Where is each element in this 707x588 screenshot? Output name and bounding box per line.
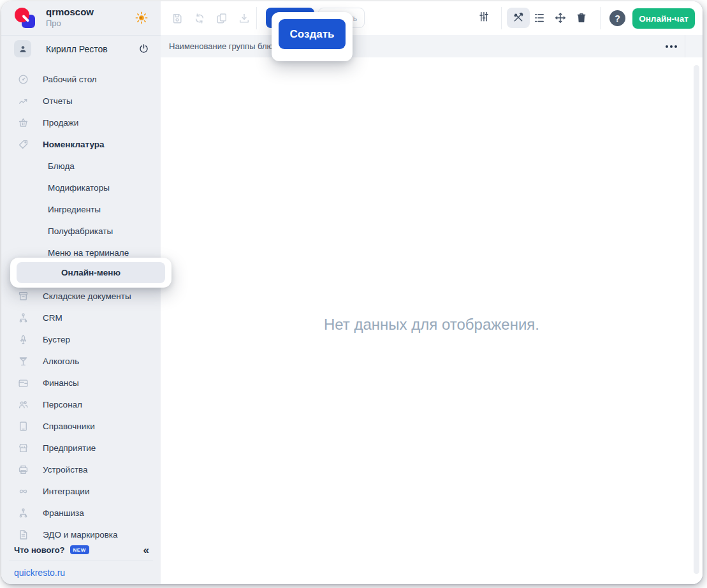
filters-button[interactable]: [472, 8, 495, 28]
user-row[interactable]: Кирилл Рестов: [1, 40, 161, 61]
dashboard-icon: [17, 73, 29, 85]
sidebar-item-warehouse-docs[interactable]: Складские документы: [1, 285, 161, 307]
storefront-icon: [17, 441, 29, 454]
sidebar-item-label: Блюда: [48, 161, 75, 171]
tablet-icon: [17, 420, 29, 432]
vertical-scrollbar[interactable]: [694, 65, 699, 574]
filters-icon: [477, 10, 490, 26]
sidebar-item-label: Интеграции: [43, 487, 89, 496]
trash-button[interactable]: [570, 8, 593, 28]
sidebar-item-label: Номенклатура: [43, 140, 105, 149]
power-icon[interactable]: [138, 43, 150, 55]
quickresto-logo-icon: [15, 8, 36, 29]
tools-button[interactable]: [507, 8, 530, 28]
toolbar-divider: [501, 7, 502, 29]
online-chat-button[interactable]: Онлайн-чат: [632, 8, 695, 29]
sidebar-item-label: Отчеты: [43, 96, 73, 106]
sidebar-item-label: Меню на терминале: [48, 248, 129, 258]
sidebar-item-label: Модификаторы: [48, 183, 110, 193]
whats-new-link[interactable]: Что нового?: [14, 545, 65, 555]
empty-state-text: Нет данных для отображения.: [161, 316, 703, 334]
sidebar-item-alcohol[interactable]: Алкоголь: [1, 350, 161, 372]
table-header-divider: [685, 35, 685, 57]
toolbar-divider: [600, 7, 601, 29]
sidebar-item-semi-finished[interactable]: Полуфабрикаты: [1, 220, 161, 242]
people-icon: [17, 398, 29, 411]
basket-icon: [17, 116, 29, 129]
save-icon: [171, 12, 184, 25]
sidebar-item-label: ЭДО и маркировка: [43, 530, 118, 540]
tag-icon: [17, 138, 29, 151]
sidebar-item-references[interactable]: Справочники: [1, 415, 161, 437]
franchise-network-icon: [17, 506, 29, 519]
sidebar-item-label: Складские документы: [43, 291, 131, 301]
sidebar-item-label: Продажи: [43, 118, 78, 128]
sun-auto-icon[interactable]: [135, 11, 149, 25]
sidebar-item-finance[interactable]: Финансы: [1, 372, 161, 393]
copy-icon: [215, 12, 228, 25]
sidebar-item-label: Финансы: [43, 378, 79, 388]
sidebar-item-staff[interactable]: Персонал: [1, 393, 161, 415]
help-button[interactable]: ?: [609, 10, 625, 26]
warehouse-box-icon: [17, 290, 29, 302]
move-icon: [554, 11, 567, 24]
trash-icon: [575, 11, 588, 24]
sidebar-item-integrations[interactable]: Интеграции: [1, 480, 161, 502]
sidebar-item-label: CRM: [43, 313, 62, 323]
sidebar-item-nomenclature[interactable]: Номенклатура: [1, 133, 161, 155]
toolbar-file-actions: [171, 1, 251, 35]
sidebar-item-label: Предприятие: [43, 443, 96, 453]
app-window: qrmoscow Про Кирилл Рестов Рабочий столО…: [1, 1, 703, 584]
new-badge: NEW: [70, 545, 89, 554]
sidebar-item-label: Бустер: [43, 335, 70, 344]
reports-icon: [17, 94, 29, 107]
sidebar-item-label: Полуфабрикаты: [48, 226, 113, 236]
sidebar-item-label: Франшиза: [43, 508, 84, 518]
table-header-row: Наименование группы блюд: [161, 35, 703, 58]
sidebar-item-ingredients[interactable]: Ингредиенты: [1, 198, 161, 220]
printer-icon: [17, 463, 29, 476]
sidebar-item-devices[interactable]: Устройства: [1, 459, 161, 480]
list-view-icon: [533, 11, 546, 24]
collapse-sidebar-button[interactable]: «: [143, 545, 149, 555]
toolbar-divider: [256, 7, 257, 29]
sidebar-item-reports[interactable]: Отчеты: [1, 90, 161, 112]
sidebar-item-label: Рабочий стол: [43, 75, 97, 84]
online-menu-callout: Онлайн-меню: [10, 258, 171, 288]
sidebar-item-dishes[interactable]: Блюда: [1, 155, 161, 177]
rocket-icon: [17, 333, 29, 346]
ellipsis-icon[interactable]: [666, 35, 677, 57]
account-name: qrmoscow: [46, 6, 94, 18]
crm-network-icon: [17, 311, 29, 324]
download-icon: [238, 12, 251, 25]
sidebar-item-franchise[interactable]: Франшиза: [1, 502, 161, 524]
sidebar-item-desktop[interactable]: Рабочий стол: [1, 68, 161, 90]
sidebar-item-label: Персонал: [43, 400, 82, 409]
sidebar-item-label: Алкоголь: [43, 356, 79, 366]
sidebar-item-modifiers[interactable]: Модификаторы: [1, 177, 161, 198]
sidebar-item-label: Ингредиенты: [48, 205, 101, 214]
sidebar-item-crm[interactable]: CRM: [1, 307, 161, 328]
sidebar: qrmoscow Про Кирилл Рестов Рабочий столО…: [1, 1, 161, 584]
sidebar-item-sales[interactable]: Продажи: [1, 112, 161, 133]
create-button-callout: Создать: [272, 12, 353, 61]
sidebar-header: qrmoscow Про: [1, 1, 161, 36]
sidebar-item-online-menu-highlighted[interactable]: Онлайн-меню: [17, 262, 165, 283]
sidebar-item-label: Справочники: [43, 422, 95, 431]
sidebar-item-label: Устройства: [43, 465, 88, 474]
wallet-icon: [17, 376, 29, 389]
user-name: Кирилл Рестов: [46, 44, 108, 54]
column-header-dish-group-name: Наименование группы блюд: [169, 35, 278, 57]
sidebar-item-enterprise[interactable]: Предприятие: [1, 437, 161, 459]
main-content: Нет данных для отображения.: [161, 57, 703, 584]
sidebar-item-booster[interactable]: Бустер: [1, 328, 161, 350]
list-view-button[interactable]: [528, 8, 551, 28]
sidebar-nav: Рабочий столОтчетыПродажиНоменклатураБлю…: [1, 68, 161, 545]
infinity-icon: [17, 485, 29, 497]
move-button[interactable]: [549, 8, 572, 28]
account-plan: Про: [46, 18, 94, 29]
quickresto-site-link[interactable]: quickresto.ru: [14, 568, 65, 578]
create-button-highlighted[interactable]: Создать: [279, 19, 346, 49]
person-icon: [14, 40, 31, 57]
sidebar-footer: Что нового? NEW « quickresto.ru: [1, 539, 161, 584]
